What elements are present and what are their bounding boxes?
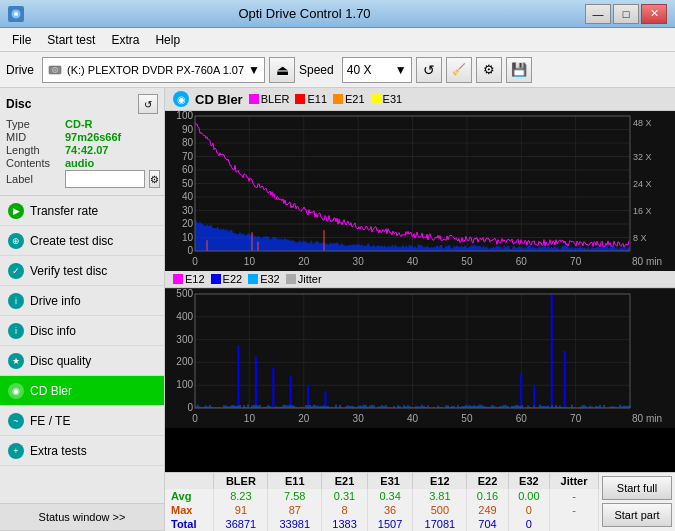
- disc-label-input[interactable]: [65, 170, 145, 188]
- speed-value: 40 X: [347, 63, 372, 77]
- clear-button[interactable]: 🧹: [446, 57, 472, 83]
- type-label: Type: [6, 118, 61, 130]
- disc-label-button[interactable]: ⚙: [149, 170, 160, 188]
- legend-e31: E31: [371, 93, 403, 105]
- action-buttons: Start full Start part: [599, 473, 675, 531]
- legend-e12: E12: [173, 273, 205, 285]
- drive-selector[interactable]: (K:) PLEXTOR DVDR PX-760A 1.07 ▼: [42, 57, 265, 83]
- table-row-max: Max 91 87 8 36 500 249 0 -: [165, 503, 599, 517]
- th-e11: E11: [268, 473, 322, 489]
- nav-label-verify-test-disc: Verify test disc: [30, 264, 107, 278]
- disc-label-label: Label: [6, 173, 61, 185]
- bottom-chart-canvas: [165, 289, 675, 428]
- settings-button[interactable]: ⚙: [476, 57, 502, 83]
- eject-button[interactable]: ⏏: [269, 57, 295, 83]
- content-area: ◉ CD Bler BLER E11 E21 E31: [165, 88, 675, 531]
- length-label: Length: [6, 144, 61, 156]
- disc-info-icon: i: [8, 323, 24, 339]
- disc-title: Disc: [6, 97, 31, 111]
- chart-title: CD Bler: [195, 92, 243, 107]
- legend-e11: E11: [295, 93, 327, 105]
- table-header-row: BLER E11 E21 E31 E12 E22 E32 Jitter: [165, 473, 599, 489]
- menu-extra[interactable]: Extra: [103, 31, 147, 49]
- table-row-avg: Avg 8.23 7.58 0.31 0.34 3.81 0.16 0.00 -: [165, 489, 599, 503]
- max-e11: 87: [268, 503, 322, 517]
- menu-help[interactable]: Help: [147, 31, 188, 49]
- total-jitter: [550, 517, 599, 531]
- mid-label: MID: [6, 131, 61, 143]
- legend-e21: E21: [333, 93, 365, 105]
- max-e21: 8: [322, 503, 368, 517]
- disc-verify-icon: ✓: [8, 263, 24, 279]
- maximize-button[interactable]: □: [613, 4, 639, 24]
- e31-dot: [371, 94, 381, 104]
- minimize-button[interactable]: —: [585, 4, 611, 24]
- nav-label-disc-info: Disc info: [30, 324, 76, 338]
- avg-e21: 0.31: [322, 489, 368, 503]
- disc-quality-icon: ★: [8, 353, 24, 369]
- menu-bar: File Start test Extra Help: [0, 28, 675, 52]
- avg-label: Avg: [165, 489, 214, 503]
- sidebar-item-drive-info[interactable]: i Drive info: [0, 286, 164, 316]
- drive-icon: i: [8, 293, 24, 309]
- legend-jitter: Jitter: [286, 273, 322, 285]
- sidebar-item-transfer-rate[interactable]: ▶ Transfer rate: [0, 196, 164, 226]
- th-e12: E12: [413, 473, 467, 489]
- th-e31: E31: [367, 473, 413, 489]
- nav-label-create-test-disc: Create test disc: [30, 234, 113, 248]
- sidebar-item-fe-te[interactable]: ~ FE / TE: [0, 406, 164, 436]
- total-e22: 704: [467, 517, 508, 531]
- sidebar-item-create-test-disc[interactable]: ⊕ Create test disc: [0, 226, 164, 256]
- total-e12: 17081: [413, 517, 467, 531]
- data-table-container: BLER E11 E21 E31 E12 E22 E32 Jitter: [165, 473, 599, 531]
- top-chart-canvas: [165, 111, 675, 271]
- window-title: Opti Drive Control 1.70: [24, 6, 585, 21]
- th-e22: E22: [467, 473, 508, 489]
- svg-point-1: [14, 12, 18, 16]
- fe-te-icon: ~: [8, 413, 24, 429]
- drive-label: Drive: [6, 63, 34, 77]
- save-button[interactable]: 💾: [506, 57, 532, 83]
- data-table: BLER E11 E21 E31 E12 E22 E32 Jitter: [165, 473, 599, 531]
- menu-start-test[interactable]: Start test: [39, 31, 103, 49]
- sidebar-item-cd-bler[interactable]: ◉ CD Bler: [0, 376, 164, 406]
- sidebar-item-disc-quality[interactable]: ★ Disc quality: [0, 346, 164, 376]
- sidebar-item-disc-info[interactable]: i Disc info: [0, 316, 164, 346]
- total-e21: 1383: [322, 517, 368, 531]
- top-chart: [165, 111, 675, 271]
- max-e32: 0: [508, 503, 549, 517]
- main-area: Disc ↺ Type CD-R MID 97m26s66f Length 74…: [0, 88, 675, 531]
- table-row-total: Total 36871 33981 1383 1507 17081 704 0: [165, 517, 599, 531]
- sidebar-nav: ▶ Transfer rate ⊕ Create test disc ✓ Ver…: [0, 196, 164, 503]
- th-bler: BLER: [214, 473, 268, 489]
- drive-value: (K:) PLEXTOR DVDR PX-760A 1.07: [67, 64, 244, 76]
- start-full-button[interactable]: Start full: [602, 476, 672, 500]
- e11-dot: [295, 94, 305, 104]
- avg-bler: 8.23: [214, 489, 268, 503]
- sidebar-item-verify-test-disc[interactable]: ✓ Verify test disc: [0, 256, 164, 286]
- avg-e11: 7.58: [268, 489, 322, 503]
- cd-bler-header-icon: ◉: [173, 91, 189, 107]
- total-bler: 36871: [214, 517, 268, 531]
- start-part-button[interactable]: Start part: [602, 503, 672, 527]
- th-e32: E32: [508, 473, 549, 489]
- e12-dot: [173, 274, 183, 284]
- menu-file[interactable]: File: [4, 31, 39, 49]
- total-e32: 0: [508, 517, 549, 531]
- avg-e12: 3.81: [413, 489, 467, 503]
- e22-dot: [211, 274, 221, 284]
- status-window-button[interactable]: Status window >>: [0, 503, 164, 531]
- max-label: Max: [165, 503, 214, 517]
- close-button[interactable]: ✕: [641, 4, 667, 24]
- nav-label-transfer-rate: Transfer rate: [30, 204, 98, 218]
- speed-selector[interactable]: 40 X ▼: [342, 57, 412, 83]
- bottom-chart: [165, 288, 675, 428]
- window-controls: — □ ✕: [585, 4, 667, 24]
- disc-refresh-button[interactable]: ↺: [138, 94, 158, 114]
- max-jitter: -: [550, 503, 599, 517]
- sidebar: Disc ↺ Type CD-R MID 97m26s66f Length 74…: [0, 88, 165, 531]
- sidebar-item-extra-tests[interactable]: + Extra tests: [0, 436, 164, 466]
- nav-label-drive-info: Drive info: [30, 294, 81, 308]
- refresh-button[interactable]: ↺: [416, 57, 442, 83]
- nav-label-extra-tests: Extra tests: [30, 444, 87, 458]
